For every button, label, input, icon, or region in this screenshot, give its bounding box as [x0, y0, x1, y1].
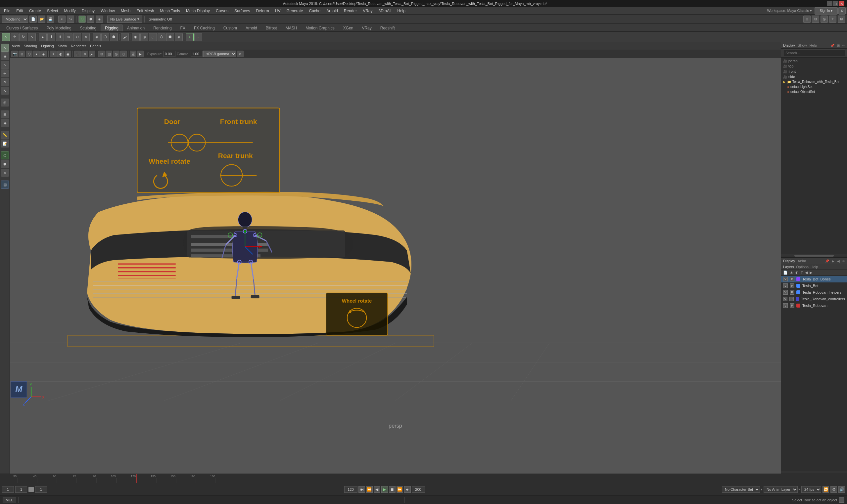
vp-image-plane-icon[interactable]: 🖼: [130, 51, 136, 57]
snap-point-icon[interactable]: ✛: [829, 16, 836, 23]
layer-template-icon[interactable]: T: [800, 271, 803, 275]
close-button[interactable]: ✕: [839, 1, 844, 6]
shelf-remove-joint-icon[interactable]: ⊖: [73, 33, 81, 41]
vp-camera2-icon[interactable]: 🎥: [74, 51, 81, 57]
vp-paint-icon[interactable]: 🖌: [89, 51, 95, 57]
sign-in-btn[interactable]: Sign In ▾: [815, 7, 838, 15]
outliner-hscrollbar[interactable]: [781, 254, 847, 257]
tab-animation[interactable]: Animation: [123, 24, 149, 32]
layer-prev-icon[interactable]: ◀: [804, 271, 808, 275]
shelf-move-icon[interactable]: ✛: [11, 33, 19, 41]
snap-btn[interactable]: ◈: [1, 119, 9, 127]
lasso-select-icon[interactable]: ◈: [96, 16, 103, 23]
go-end-btn[interactable]: ⏭: [404, 486, 411, 493]
layer-v-tesla-bot-bones[interactable]: V: [783, 277, 788, 282]
menu-edit-mesh[interactable]: Edit Mesh: [134, 8, 157, 14]
layer-tesla-controllers[interactable]: V P Tesla_Robovan_controllers: [781, 296, 847, 302]
anim-settings-btn[interactable]: ⚙: [830, 486, 837, 493]
paint-select-btn[interactable]: ◈: [1, 52, 9, 60]
no-anim-layer-select[interactable]: No Anim Layer: [764, 486, 798, 493]
vp-render-icon[interactable]: ▶: [137, 51, 144, 57]
outliner-default-object-set[interactable]: ● defaultObjectSet: [785, 89, 847, 94]
cb-anim-tab[interactable]: Anim: [798, 259, 806, 263]
shelf-paint-weights-icon[interactable]: 🖌: [121, 33, 129, 41]
layer-p-tesla-bot[interactable]: P: [790, 284, 794, 288]
shelf-orient-icon[interactable]: ◌: [149, 33, 157, 41]
vp-grid-icon[interactable]: ⊞: [19, 51, 25, 57]
play-forward-btn[interactable]: ▶: [381, 486, 388, 493]
current-frame2-input[interactable]: [35, 486, 47, 493]
command-line-input[interactable]: [18, 497, 405, 503]
panel-show-tab[interactable]: Show: [798, 43, 807, 47]
move-btn[interactable]: ✛: [1, 69, 9, 77]
shelf-parent-c-icon[interactable]: ⬢: [166, 33, 174, 41]
layers-tab[interactable]: Layers: [783, 265, 794, 269]
tab-custom[interactable]: Custom: [219, 24, 241, 32]
menu-generate[interactable]: Generate: [284, 8, 306, 14]
vp-menu-shading[interactable]: Shading: [24, 44, 37, 48]
shelf-pole-icon[interactable]: ◈: [175, 33, 183, 41]
tab-curves-surfaces[interactable]: Curves / Surfaces: [2, 24, 42, 32]
shelf-joint-icon[interactable]: ●: [39, 33, 47, 41]
grid-icon[interactable]: ⊞: [803, 16, 811, 23]
vp-menu-renderer[interactable]: Renderer: [71, 44, 86, 48]
shelf-constraint-icon[interactable]: ◉: [132, 33, 140, 41]
menu-arnold[interactable]: Arnold: [324, 8, 341, 14]
shelf-scale-c-icon[interactable]: ⬡: [158, 33, 166, 41]
shelf-rotate-icon[interactable]: ↻: [19, 33, 27, 41]
menu-mesh[interactable]: Mesh: [118, 8, 133, 14]
start-frame-input[interactable]: [2, 486, 14, 493]
mel-badge[interactable]: MEL: [3, 497, 16, 503]
vp-shadow-icon[interactable]: ◐: [57, 51, 64, 57]
panel-expand-icon[interactable]: ⊞: [837, 44, 840, 47]
layer-p-tesla-robovan[interactable]: P: [790, 303, 794, 308]
menu-mesh-tools[interactable]: Mesh Tools: [158, 8, 183, 14]
vp-texture-icon[interactable]: ◈: [40, 51, 47, 57]
menu-select[interactable]: Select: [44, 8, 60, 14]
menu-vray[interactable]: VRay: [360, 8, 375, 14]
shelf-bind-skin-icon[interactable]: ⬡: [101, 33, 109, 41]
menu-mesh-display[interactable]: Mesh Display: [183, 8, 212, 14]
menu-curves[interactable]: Curves: [213, 8, 231, 14]
vp-smooth-icon[interactable]: ●: [33, 51, 40, 57]
tab-bifrost[interactable]: Bifrost: [261, 24, 281, 32]
range-start-input[interactable]: [344, 486, 358, 493]
maximize-button[interactable]: □: [833, 1, 839, 6]
tab-redshift[interactable]: Redshift: [376, 24, 399, 32]
outliner-default-light-set[interactable]: ● defaultLightSet: [785, 84, 847, 89]
lasso-btn[interactable]: ∿: [1, 61, 9, 69]
shelf-plus-icon[interactable]: +: [186, 33, 194, 41]
scene-svg[interactable]: Wheel rotate Door Front trunk Wheel: [10, 58, 781, 473]
options-tab[interactable]: Options: [796, 265, 809, 269]
step-back-btn[interactable]: ⏪: [366, 486, 373, 493]
status-settings-btn[interactable]: [839, 498, 844, 503]
layer-vis-icon[interactable]: 👁: [789, 271, 794, 275]
tab-vray[interactable]: VRay: [358, 24, 376, 32]
fps-select[interactable]: 24 fps: [801, 486, 821, 493]
vp-menu-view[interactable]: View: [12, 44, 20, 48]
vp-hud-icon[interactable]: ▤: [106, 51, 112, 57]
panel-pin-icon[interactable]: 📌: [830, 44, 834, 47]
menu-deform[interactable]: Deform: [253, 8, 272, 14]
open-scene-icon[interactable]: 📂: [38, 16, 45, 23]
shelf-curve-icon[interactable]: ~: [194, 33, 202, 41]
range-end-input[interactable]: [412, 486, 425, 493]
shelf-select-icon[interactable]: ↖: [2, 33, 10, 41]
help-tab[interactable]: Help: [811, 265, 818, 269]
layer-tool-btn[interactable]: ⬡: [1, 151, 9, 159]
gamma-select[interactable]: sRGB gamma: [203, 51, 236, 57]
tab-rigging[interactable]: Rigging: [101, 24, 123, 32]
layers-hscrollbar[interactable]: [781, 471, 847, 473]
menu-render[interactable]: Render: [341, 8, 360, 14]
tab-fx[interactable]: FX: [176, 24, 190, 32]
gamma-input[interactable]: [191, 51, 203, 57]
menu-modify[interactable]: Modify: [61, 8, 78, 14]
outliner-hscrollbar-thumb[interactable]: [794, 255, 834, 257]
outliner-search[interactable]: [783, 50, 845, 56]
vp-isolate-icon[interactable]: ◌: [120, 51, 127, 57]
vp-gamma-reset-icon[interactable]: ↺: [237, 51, 244, 57]
shelf-aim-icon[interactable]: ◎: [140, 33, 148, 41]
mode-select[interactable]: Modeling: [2, 16, 28, 23]
step-forward-btn[interactable]: ⏩: [397, 486, 403, 493]
rotate-btn[interactable]: ↻: [1, 78, 9, 86]
